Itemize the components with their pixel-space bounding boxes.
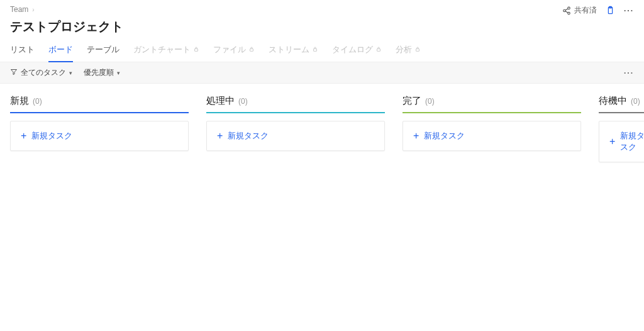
tab-label: ストリーム bbox=[269, 44, 309, 55]
column-title: 新規 bbox=[10, 95, 29, 107]
new-task-label: 新規タスク bbox=[620, 130, 644, 153]
svg-rect-10 bbox=[377, 49, 380, 52]
board-toolbar: 全てのタスク ▾ 優先度順 ▾ ··· bbox=[0, 62, 644, 84]
clipboard-icon[interactable] bbox=[606, 6, 615, 15]
board-column-new: 新規 (0) + 新規タスク bbox=[10, 95, 189, 162]
plus-icon: + bbox=[609, 137, 615, 147]
filter-icon bbox=[10, 68, 18, 77]
column-underline bbox=[10, 112, 189, 113]
board-column-waiting: 待機中 (0) + 新規タスク bbox=[599, 95, 644, 162]
tab-label: テーブル bbox=[87, 44, 119, 55]
tab-label: リスト bbox=[10, 44, 35, 55]
column-count: (0) bbox=[33, 97, 42, 106]
column-underline bbox=[599, 112, 644, 113]
svg-line-3 bbox=[565, 8, 568, 9]
tab-label: 分析 bbox=[396, 44, 412, 55]
new-task-button[interactable]: + 新規タスク bbox=[10, 121, 189, 151]
tab-list[interactable]: リスト bbox=[10, 39, 35, 62]
new-task-label: 新規タスク bbox=[31, 130, 72, 142]
tab-label: ボード bbox=[48, 44, 73, 55]
plus-icon: + bbox=[413, 131, 419, 141]
chevron-right-icon: › bbox=[32, 6, 34, 13]
breadcrumb[interactable]: Team › bbox=[10, 5, 35, 14]
lock-icon bbox=[375, 46, 382, 53]
board-more-button[interactable]: ··· bbox=[624, 69, 634, 77]
column-count: (0) bbox=[425, 97, 435, 106]
svg-rect-8 bbox=[250, 49, 253, 52]
new-task-button[interactable]: + 新規タスク bbox=[402, 121, 581, 151]
share-label: 共有済 bbox=[574, 5, 597, 16]
column-count: (0) bbox=[631, 97, 640, 106]
plus-icon: + bbox=[217, 131, 223, 141]
new-task-button[interactable]: + 新規タスク bbox=[599, 121, 644, 162]
lock-icon bbox=[312, 46, 318, 53]
column-title: 処理中 bbox=[206, 95, 235, 107]
tab-table[interactable]: テーブル bbox=[87, 39, 119, 62]
tab-label: タイムログ bbox=[332, 44, 373, 55]
column-title: 待機中 bbox=[599, 95, 627, 107]
new-task-label: 新規タスク bbox=[424, 130, 465, 142]
new-task-label: 新規タスク bbox=[228, 130, 269, 142]
tab-gantt[interactable]: ガントチャート bbox=[133, 39, 199, 62]
tab-stream[interactable]: ストリーム bbox=[269, 39, 318, 62]
svg-point-1 bbox=[564, 9, 566, 12]
tab-analytics[interactable]: 分析 bbox=[396, 39, 421, 62]
share-button[interactable]: 共有済 bbox=[562, 5, 597, 16]
lock-icon bbox=[414, 46, 421, 53]
svg-point-0 bbox=[568, 7, 570, 9]
svg-line-4 bbox=[565, 11, 568, 12]
breadcrumb-root[interactable]: Team bbox=[10, 5, 28, 14]
chevron-down-icon: ▾ bbox=[69, 70, 72, 76]
svg-rect-11 bbox=[416, 49, 419, 52]
chevron-down-icon: ▾ bbox=[117, 70, 120, 76]
tab-timelog[interactable]: タイムログ bbox=[332, 39, 382, 62]
column-count: (0) bbox=[238, 97, 248, 106]
sort-tasks[interactable]: 優先度順 ▾ bbox=[84, 67, 120, 78]
column-underline bbox=[206, 112, 385, 113]
tab-label: ファイル bbox=[213, 44, 246, 55]
svg-rect-7 bbox=[195, 49, 198, 52]
board-column-done: 完了 (0) + 新規タスク bbox=[402, 95, 581, 162]
filter-tasks[interactable]: 全てのタスク ▾ bbox=[10, 67, 72, 78]
tab-board[interactable]: ボード bbox=[48, 39, 73, 62]
board-column-in-progress: 処理中 (0) + 新規タスク bbox=[206, 95, 385, 162]
sort-label: 優先度順 bbox=[84, 67, 114, 78]
svg-rect-9 bbox=[314, 49, 317, 52]
new-task-button[interactable]: + 新規タスク bbox=[206, 121, 385, 151]
share-icon bbox=[562, 6, 571, 15]
more-menu-button[interactable]: ··· bbox=[624, 6, 634, 15]
lock-icon bbox=[248, 46, 255, 53]
column-underline bbox=[402, 112, 581, 113]
tab-label: ガントチャート bbox=[133, 44, 191, 55]
tabs: リスト ボード テーブル ガントチャート ファイル ストリーム タイムログ 分析 bbox=[0, 39, 644, 62]
filter-label: 全てのタスク bbox=[21, 67, 66, 78]
plus-icon: + bbox=[21, 131, 26, 141]
project-title: テストプロジェクト bbox=[0, 16, 644, 39]
svg-point-2 bbox=[568, 12, 570, 14]
lock-icon bbox=[193, 46, 199, 53]
column-title: 完了 bbox=[402, 95, 421, 107]
tab-files[interactable]: ファイル bbox=[213, 39, 255, 62]
board: 新規 (0) + 新規タスク 処理中 (0) + 新規タスク 完了 (0) + … bbox=[0, 84, 644, 174]
